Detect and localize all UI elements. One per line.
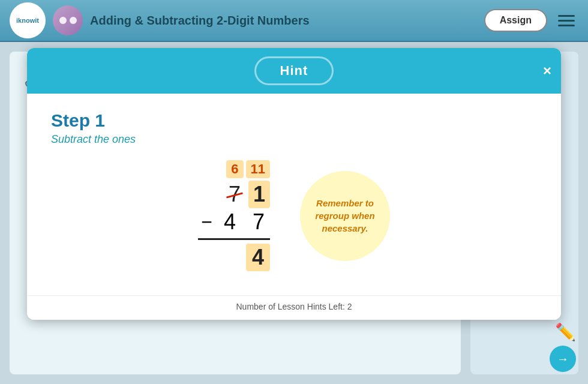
top-tens-digit: 7 [229,182,241,207]
hamburger-line-2 [558,20,575,22]
top-ones-digit: 1 [248,181,270,208]
hint-body: Step 1 Subtract the ones 6 11 7 [27,94,561,295]
subtract-symbol: − [201,211,212,233]
dot-2 [70,17,77,24]
hint-tab: Hint [254,56,334,85]
hamburger-line-1 [558,15,575,17]
regrouped-tens: 6 [226,160,243,178]
lesson-title: Adding & Subtracting 2-Digit Numbers [90,14,477,28]
hint-content-row: 6 11 7 1 − 4 [51,160,537,271]
result-value: 4 [246,244,270,271]
remember-text: Remember to regroup when necessary. [312,197,378,235]
result-row: 4 [198,244,270,271]
hint-close-button[interactable]: × [543,64,551,78]
subtract-row: − 4 7 [201,209,270,235]
hint-title: Hint [280,63,308,78]
bottom-tens: 4 [218,209,241,235]
logo-text: iknowit [16,17,39,24]
hint-header: Hint × [27,48,561,94]
math-visualization: 6 11 7 1 − 4 [198,160,270,271]
underline-divider [198,238,270,240]
hints-remaining: Number of Lesson Hints Left: 2 [236,302,352,311]
remember-bubble: Remember to regroup when necessary. [300,171,390,261]
lesson-icon-dots [59,17,77,24]
step-subtitle: Subtract the ones [51,133,537,146]
hint-overlay: Hint × Step 1 Subtract the ones 6 11 [0,42,588,384]
step-title: Step 1 [51,110,537,131]
logo: iknowit [10,2,46,38]
hint-footer: Number of Lesson Hints Left: 2 [27,295,561,320]
regrouped-ones: 11 [246,160,270,178]
hamburger-line-3 [558,25,575,26]
dot-1 [59,17,67,24]
result-spacer [198,244,246,271]
header: iknowit Adding & Subtracting 2-Digit Num… [0,0,588,42]
main-content: 🔊 71 − 47 = Progress Hint × Step 1 [0,42,588,384]
top-number-row: 7 1 [223,181,270,208]
regrouped-row: 6 11 [226,160,270,178]
assign-button[interactable]: Assign [484,9,547,32]
bottom-ones: 7 [247,209,270,235]
hint-modal: Hint × Step 1 Subtract the ones 6 11 [27,48,561,320]
hamburger-menu-button[interactable] [554,11,578,30]
lesson-icon [53,5,83,35]
